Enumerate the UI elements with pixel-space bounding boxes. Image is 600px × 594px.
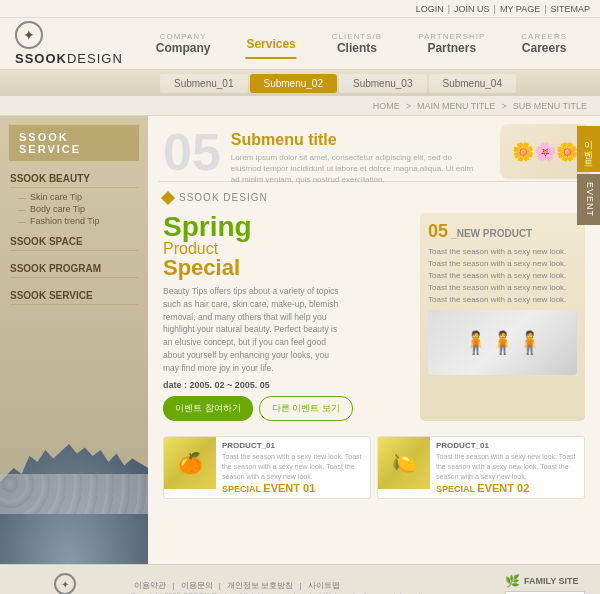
nav-clients[interactable]: CLIENTS/B Clients	[314, 32, 400, 55]
event-join-button[interactable]: 이벤트 참여하기	[163, 396, 253, 421]
ssook-design-header: SSOOK DESIGN	[148, 187, 600, 208]
main-nav: COMPANY Company Services CLIENTS/B Clien…	[138, 32, 585, 55]
submenu-title: Submenu title	[231, 131, 481, 149]
sidebar-beauty-title[interactable]: SSOOK BEAUTY	[10, 170, 138, 188]
breadcrumb-sub: SUB MENU TITLE	[513, 101, 587, 111]
page-number: 05	[163, 126, 221, 178]
logo-icon: ✦	[15, 21, 43, 49]
sidebar-section-program: SSOOK PROGRAM	[0, 257, 148, 284]
login-link[interactable]: LOGIN	[416, 4, 444, 14]
right-tab-1[interactable]: 이벤트	[577, 126, 600, 172]
spring-left: Spring Product Special Beauty Tips offer…	[163, 213, 410, 421]
submenu-04[interactable]: Submenu_04	[429, 74, 517, 93]
mypage-link[interactable]: MY PAGE	[500, 4, 540, 14]
sidebar-section-service: SSOOK SERVICE	[0, 284, 148, 311]
figurine-icon: 🧍🧍🧍	[462, 330, 543, 356]
page-number-area: 05 Submenu title Lorem ipsum dolor sit a…	[163, 126, 481, 186]
product-info-2: PRODUCT_01 Toast the season with a sexy …	[430, 437, 584, 497]
sidebar: SSOOK SERVICE SSOOK BEAUTY Skin care Tip…	[0, 116, 148, 564]
product-desc-2: Toast the season with a sexy new look. T…	[436, 452, 578, 481]
breadcrumb: HOME > MAIN MENU TITLE > SUB MENU TITLE	[0, 96, 600, 116]
footer-copyright: Copyright 2005 SSOOK Design. All right r…	[130, 591, 490, 595]
product-title-2: PRODUCT_01	[436, 441, 578, 450]
breadcrumb-main: MAIN MENU TITLE	[417, 101, 495, 111]
spring-section: Spring Product Special Beauty Tips offer…	[148, 208, 600, 426]
product-image-1: 🍊	[164, 437, 216, 489]
product-card-2: 🍋 PRODUCT_01 Toast the season with a sex…	[377, 436, 585, 498]
new-product-text: Toast the season with a sexy new look. T…	[428, 246, 577, 306]
logo-area: ✦ SSOOKDESIGN	[15, 21, 138, 66]
sitemap-link[interactable]: SITEMAP	[550, 4, 590, 14]
footer-contact-link[interactable]: 이용문의	[181, 581, 213, 590]
product-image-2: 🍋	[378, 437, 430, 489]
top-bar: LOGIN | JOIN US | MY PAGE | SITEMAP	[0, 0, 600, 18]
sidebar-service-header: SSOOK SERVICE	[8, 124, 140, 162]
product-title-1: PRODUCT_01	[222, 441, 364, 450]
new-product-label: _NEW PRODUCT	[451, 228, 532, 239]
nav-company[interactable]: COMPANY Company	[138, 32, 229, 55]
product-info-1: PRODUCT_01 Toast the season with a sexy …	[216, 437, 370, 497]
new-product-box: 05 _NEW PRODUCT Toast the season with a …	[420, 213, 585, 421]
sidebar-fashion[interactable]: Fashion trend Tip	[10, 215, 138, 227]
nav-careers[interactable]: CAREERS Careers	[503, 32, 585, 55]
product-card-1: 🍊 PRODUCT_01 Toast the season with a sex…	[163, 436, 371, 498]
footer-logo-icon: ✦	[54, 573, 76, 594]
nav-partners[interactable]: PARTNERSHIP Partners	[400, 32, 503, 55]
submenu-description: Lorem ipsum dolor sit amet, consectetur …	[231, 152, 481, 186]
spring-body-text: Beauty Tips offers tips about a variety …	[163, 285, 343, 374]
footer-family-site: 🌿 FAMILY SITE 01 family site	[505, 574, 585, 595]
right-tab-event[interactable]: EVENT	[577, 174, 600, 225]
new-product-number: 05	[428, 221, 448, 241]
sidebar-space-title[interactable]: SSOOK SPACE	[10, 233, 138, 251]
sidebar-section-beauty: SSOOK BEAUTY Skin care Tip Body care Tip…	[0, 167, 148, 230]
spring-buttons: 이벤트 참여하기 다른 이벤트 보기	[163, 396, 410, 421]
nav-services[interactable]: Services	[228, 37, 313, 51]
sidebar-program-title[interactable]: SSOOK PROGRAM	[10, 260, 138, 278]
footer-sitemap-link[interactable]: 사이트맵	[308, 581, 340, 590]
breadcrumb-home: HOME	[373, 101, 400, 111]
special-word: Special	[163, 257, 410, 279]
submenu-03[interactable]: Submenu_03	[339, 74, 427, 93]
family-site-label: FAMILY SITE	[524, 576, 579, 586]
other-event-button[interactable]: 다른 이벤트 보기	[259, 396, 353, 421]
product-special-1: SPECIAL EVENT 01	[222, 482, 364, 494]
products-row: 🍊 PRODUCT_01 Toast the season with a sex…	[148, 430, 600, 504]
sidebar-bodycare[interactable]: Body care Tip	[10, 203, 138, 215]
footer-logo-area: ✦ SSOOKDESIGN	[15, 573, 115, 594]
product-special-2: SPECIAL EVENT 02	[436, 482, 578, 494]
new-product-image: 🧍🧍🧍	[428, 310, 577, 375]
footer-family-title: 🌿 FAMILY SITE	[505, 574, 579, 588]
submenu-01[interactable]: Submenu_01	[160, 74, 248, 93]
sidebar-skincare[interactable]: Skin care Tip	[10, 191, 138, 203]
content-area: 05 Submenu title Lorem ipsum dolor sit a…	[148, 116, 600, 564]
footer-links: 이용약관 | 이용문의 | 개인정보 보호방침 | 사이트맵	[130, 580, 490, 591]
product-desc-1: Toast the season with a sexy new look. T…	[222, 452, 364, 481]
family-site-select[interactable]: 01 family site	[505, 591, 585, 595]
submenu-bar: Submenu_01 Submenu_02 Submenu_03 Submenu…	[0, 70, 600, 96]
ssook-design-label: SSOOK DESIGN	[179, 192, 268, 203]
submenu-02[interactable]: Submenu_02	[250, 74, 338, 93]
sidebar-section-space: SSOOK SPACE	[0, 230, 148, 257]
right-tabs: 이벤트 EVENT	[577, 126, 600, 225]
logo-text: SSOOKDESIGN	[15, 51, 123, 66]
footer-terms-link[interactable]: 이용약관	[134, 581, 166, 590]
flower-icon: 🌼🌸🌼	[512, 141, 578, 163]
sidebar-service-title[interactable]: SSOOK SERVICE	[10, 287, 138, 305]
stones-decoration	[0, 474, 148, 514]
submenu-title-area: Submenu title Lorem ipsum dolor sit amet…	[231, 126, 481, 186]
diamond-icon	[161, 190, 175, 204]
leaf-icon: 🌿	[505, 574, 520, 588]
footer: ✦ SSOOKDESIGN 이용약관 | 이용문의 | 개인정보 보호방침 | …	[0, 564, 600, 594]
joinus-link[interactable]: JOIN US	[454, 4, 490, 14]
header: ✦ SSOOKDESIGN COMPANY Company Services C…	[0, 18, 600, 70]
spring-word: Spring	[163, 213, 410, 241]
spring-date: date : 2005. 02 ~ 2005. 05	[163, 380, 410, 390]
spring-title-area: Spring Product Special	[163, 213, 410, 279]
footer-privacy-link[interactable]: 개인정보 보호방침	[227, 581, 293, 590]
main-container: SSOOK SERVICE SSOOK BEAUTY Skin care Tip…	[0, 116, 600, 564]
